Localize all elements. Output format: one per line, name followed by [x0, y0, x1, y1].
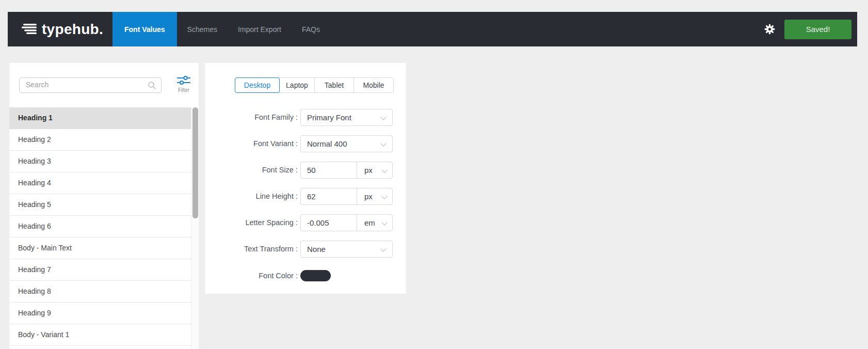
filter-icon: [177, 76, 190, 85]
nav-tab-schemes[interactable]: Schemes: [177, 12, 228, 46]
list-item-heading-3[interactable]: Heading 3: [9, 151, 191, 172]
field-label: Font Size :: [205, 162, 298, 179]
field-label: Font Variant :: [205, 135, 298, 152]
nav-tab-font-values[interactable]: Font Values: [112, 12, 177, 46]
typehub-logo-icon: [21, 23, 37, 36]
unit-value: px: [364, 166, 373, 174]
form-row-font-family: Font Family :Primary Font: [205, 109, 406, 126]
form-row-font-variant: Font Variant :Normal 400: [205, 135, 406, 152]
chevron-down-icon: [380, 114, 386, 120]
top-navbar: typehub. Font ValuesSchemesImport Export…: [8, 12, 857, 46]
form-row-letter-spacing: Letter Spacing :em: [205, 214, 406, 231]
form-row-text-transform: Text Transform :None: [205, 241, 406, 258]
unit-value: px: [364, 192, 373, 201]
line-height-input[interactable]: [301, 188, 357, 204]
primary-nav: Font ValuesSchemesImport ExportFAQs: [112, 12, 330, 46]
search-icon: [148, 81, 156, 90]
list-item-heading-4[interactable]: Heading 4: [9, 172, 191, 194]
list-item-heading-9[interactable]: Heading 9: [9, 303, 191, 324]
font-settings-form: Font Family :Primary FontFont Variant :N…: [205, 109, 406, 291]
list-scrollbar-thumb[interactable]: [192, 107, 198, 218]
font-variant-select[interactable]: Normal 400: [300, 135, 393, 152]
unit-value: em: [364, 218, 375, 227]
line-height-unit-select[interactable]: px: [357, 188, 392, 204]
select-value: Normal 400: [307, 139, 347, 148]
list-item-heading-2[interactable]: Heading 2: [9, 129, 191, 151]
line-height-group: px: [300, 188, 393, 205]
sidebar-search-row: Filter: [9, 63, 199, 107]
device-tab-tablet[interactable]: Tablet: [315, 78, 354, 92]
form-row-line-height: Line Height :px: [205, 188, 406, 205]
filter-label: Filter: [172, 87, 196, 93]
field-label: Font Family :: [205, 109, 298, 126]
letter-spacing-input[interactable]: [301, 215, 357, 231]
filter-button[interactable]: Filter: [172, 76, 196, 93]
font-color-swatch[interactable]: [300, 270, 331, 281]
saved-button[interactable]: Saved!: [784, 20, 851, 39]
list-item-body-main-text[interactable]: Body - Main Text: [9, 237, 191, 259]
nav-tab-import-export[interactable]: Import Export: [228, 12, 292, 46]
gear-icon: [764, 23, 776, 35]
list-item-heading-5[interactable]: Heading 5: [9, 194, 191, 216]
device-tab-mobile[interactable]: Mobile: [354, 78, 393, 92]
text-transform-select[interactable]: None: [300, 241, 393, 258]
font-size-group: px: [300, 162, 393, 179]
chevron-down-icon: [380, 140, 386, 146]
field-label: Letter Spacing :: [205, 214, 298, 231]
list-item-body-variant-1[interactable]: Body - Variant 1: [9, 324, 191, 346]
chevron-down-icon: [381, 167, 387, 172]
font-size-unit-select[interactable]: px: [357, 162, 392, 178]
letter-spacing-unit-select[interactable]: em: [357, 215, 392, 231]
letter-spacing-group: em: [300, 214, 393, 231]
chevron-down-icon: [381, 193, 387, 199]
list-item-heading-1[interactable]: Heading 1: [9, 107, 191, 129]
chevron-down-icon: [381, 219, 387, 225]
device-tab-laptop[interactable]: Laptop: [280, 78, 315, 92]
app-logo: typehub.: [8, 12, 112, 46]
device-tabs: DesktopLaptopTabletMobile: [235, 77, 394, 93]
settings-gear-button[interactable]: [764, 23, 776, 35]
list-scrollbar-track[interactable]: [191, 107, 199, 349]
font-editor-panel: DesktopLaptopTabletMobile Font Family :P…: [205, 63, 406, 294]
navbar-spacer: [330, 12, 764, 46]
list-item-heading-7[interactable]: Heading 7: [9, 259, 191, 281]
field-label: Font Color :: [205, 270, 298, 281]
nav-tab-faqs[interactable]: FAQs: [292, 12, 330, 46]
font-size-input[interactable]: [301, 162, 357, 178]
form-row-font-size: Font Size :px: [205, 162, 406, 179]
device-tab-desktop[interactable]: Desktop: [235, 77, 280, 93]
search-box: [19, 77, 162, 93]
select-value: Primary Font: [307, 113, 351, 122]
search-input[interactable]: [20, 78, 144, 91]
sidebar: Filter Heading 1Heading 2Heading 3Headin…: [9, 63, 199, 349]
typography-list: Heading 1Heading 2Heading 3Heading 4Head…: [9, 107, 191, 346]
chevron-down-icon: [380, 246, 386, 251]
list-item-heading-6[interactable]: Heading 6: [9, 216, 191, 237]
field-label: Line Height :: [205, 188, 298, 205]
field-label: Text Transform :: [205, 241, 298, 258]
select-value: None: [307, 245, 326, 253]
form-row-font-color: Font Color :: [205, 270, 406, 281]
list-item-heading-8[interactable]: Heading 8: [9, 281, 191, 303]
app-title: typehub.: [42, 22, 103, 37]
font-family-select[interactable]: Primary Font: [300, 109, 393, 126]
